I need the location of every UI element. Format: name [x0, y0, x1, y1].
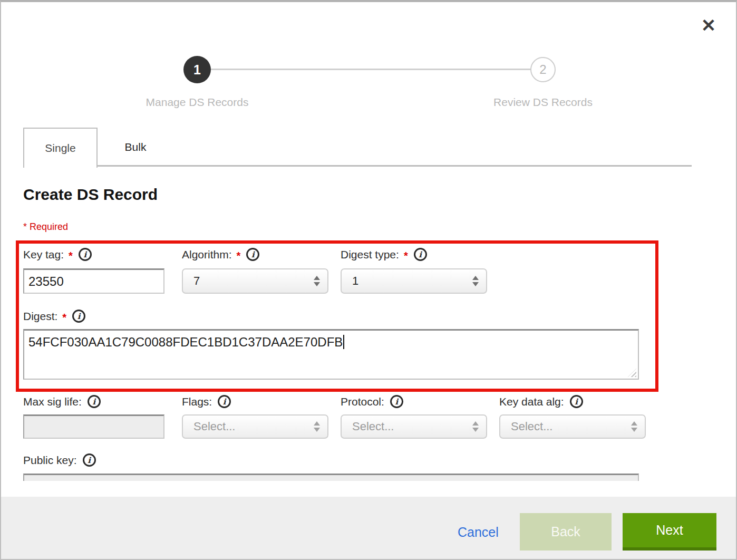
required-note: * Required — [23, 221, 68, 233]
protocol-label-text: Protocol: — [341, 395, 384, 408]
digest-type-required-star: * — [404, 250, 408, 262]
flags-select[interactable]: Select... — [182, 414, 328, 439]
algorithm-required-star: * — [237, 250, 241, 262]
flags-info-icon[interactable]: i — [218, 395, 231, 408]
next-button[interactable]: Next — [623, 513, 716, 551]
key-data-alg-select[interactable]: Select... — [499, 414, 646, 439]
tab-bulk[interactable]: Bulk — [99, 128, 172, 167]
digest-label: Digest: * i — [23, 310, 85, 323]
algorithm-label: Algorithm: * i — [182, 248, 259, 261]
tab-single[interactable]: Single — [23, 128, 98, 168]
select-arrows-icon — [472, 421, 479, 432]
digest-label-text: Digest: — [23, 310, 57, 323]
digest-info-icon[interactable]: i — [72, 310, 85, 323]
stepper-connector — [197, 69, 544, 70]
key-data-alg-info-icon[interactable]: i — [570, 395, 583, 408]
protocol-select[interactable]: Select... — [341, 414, 487, 439]
digest-type-label-text: Digest type: — [341, 248, 399, 261]
algorithm-select[interactable]: 7 — [182, 268, 328, 294]
flags-label: Flags: i — [182, 395, 231, 408]
create-ds-record-modal: ✕ 1 2 Manage DS Records Review DS Record… — [0, 0, 737, 560]
digest-type-select-value: 1 — [352, 274, 358, 288]
flags-label-text: Flags: — [182, 395, 212, 408]
flags-select-value: Select... — [193, 420, 235, 433]
key-tag-info-icon[interactable]: i — [79, 248, 92, 261]
public-key-label-text: Public key: — [23, 454, 77, 467]
stepper-step-1-label: Manage DS Records — [118, 96, 276, 109]
digest-type-label: Digest type: * i — [341, 248, 427, 261]
protocol-info-icon[interactable]: i — [390, 395, 403, 408]
stepper-step-2-label: Review DS Records — [464, 96, 622, 109]
max-sig-life-label-text: Max sig life: — [23, 395, 82, 408]
stepper-step-1-circle: 1 — [183, 56, 211, 83]
key-tag-label-text: Key tag: — [23, 248, 64, 261]
max-sig-life-info-icon[interactable]: i — [88, 395, 101, 408]
public-key-info-icon[interactable]: i — [83, 453, 96, 467]
select-arrows-icon — [314, 276, 320, 286]
public-key-label: Public key: i — [23, 453, 96, 467]
select-arrows-icon — [472, 276, 479, 286]
text-cursor — [343, 335, 344, 349]
key-data-alg-label-text: Key data alg: — [499, 395, 564, 408]
key-tag-required-star: * — [69, 250, 73, 262]
public-key-textarea[interactable] — [23, 474, 639, 481]
cancel-button[interactable]: Cancel — [454, 524, 502, 540]
back-button[interactable]: Back — [520, 513, 612, 551]
select-arrows-icon — [631, 421, 637, 432]
protocol-label: Protocol: i — [341, 395, 403, 408]
digest-type-select[interactable]: 1 — [341, 268, 487, 294]
close-icon[interactable]: ✕ — [696, 13, 721, 38]
max-sig-life-label: Max sig life: i — [23, 395, 101, 408]
key-tag-label: Key tag: * i — [23, 248, 92, 261]
digest-textarea[interactable]: 54FCF030AA1C79C0088FDEC1BD1C37DAA2E70DFB — [23, 329, 639, 380]
max-sig-life-input[interactable] — [23, 414, 164, 439]
algorithm-info-icon[interactable]: i — [246, 248, 259, 261]
stepper-step-2-circle: 2 — [530, 57, 556, 82]
digest-textarea-value: 54FCF030AA1C79C0088FDEC1BD1C37DAA2E70DFB — [28, 335, 343, 349]
digest-type-info-icon[interactable]: i — [414, 248, 427, 261]
protocol-select-value: Select... — [352, 420, 394, 433]
textarea-resize-handle[interactable] — [628, 369, 636, 377]
key-tag-input[interactable] — [23, 268, 164, 294]
key-data-alg-label: Key data alg: i — [499, 395, 583, 408]
key-data-alg-select-value: Select... — [511, 420, 552, 433]
algorithm-select-value: 7 — [193, 274, 200, 288]
select-arrows-icon — [314, 421, 320, 432]
algorithm-label-text: Algorithm: — [182, 248, 232, 261]
digest-required-star: * — [62, 312, 66, 324]
page-title: Create DS Record — [23, 186, 158, 204]
